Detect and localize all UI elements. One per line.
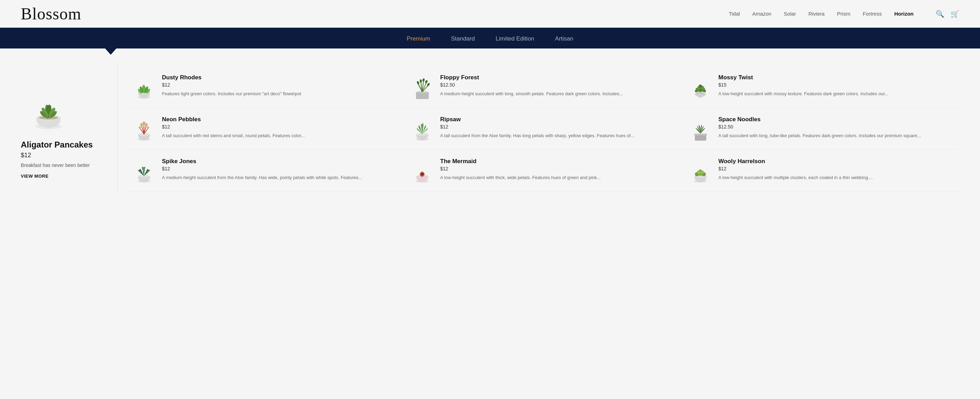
- product-image-wooly: [688, 158, 713, 183]
- svg-point-26: [425, 80, 428, 84]
- product-wooly-harrelson: Wooly Harrelson $12 A low-height succule…: [681, 150, 959, 192]
- product-image-dusty: [132, 74, 156, 99]
- svg-rect-16: [416, 92, 429, 99]
- product-price: $12: [162, 82, 396, 88]
- svg-point-56: [142, 171, 143, 171]
- svg-rect-53: [694, 134, 707, 136]
- product-name: Spike Jones: [162, 158, 396, 165]
- subnav-limited[interactable]: Limited Edition: [496, 35, 534, 48]
- product-dusty-rhodes: Dusty Rhodes $12 Features light green co…: [124, 66, 403, 108]
- subnav-artisan[interactable]: Artisan: [555, 35, 573, 48]
- search-icon[interactable]: 🔍: [936, 10, 944, 18]
- view-more-button[interactable]: VIEW MORE: [21, 174, 48, 179]
- product-desc: A low-height succulent with mossy textur…: [718, 90, 952, 97]
- nav-tidal[interactable]: Tidal: [729, 11, 740, 17]
- featured-product: Aligator Pancakes $12 Breakfast has neve…: [21, 66, 118, 192]
- svg-point-58: [144, 171, 145, 172]
- product-image-neon: [132, 116, 156, 141]
- product-info-dusty: Dusty Rhodes $12 Features light green co…: [162, 74, 396, 97]
- svg-point-69: [420, 172, 424, 176]
- header: Blossom Tidal Amazon Solar Riviera Prism…: [0, 0, 980, 28]
- product-image-floppy: [410, 74, 434, 99]
- svg-point-24: [419, 79, 422, 83]
- product-price: $15: [718, 82, 952, 88]
- product-image-mermaid: [410, 158, 434, 183]
- product-price: $12.50: [718, 124, 952, 129]
- svg-point-45: [140, 123, 143, 126]
- product-name: Ripsaw: [440, 116, 674, 123]
- svg-point-46: [143, 121, 145, 124]
- product-info-mossy: Mossy Twist $15 A low-height succulent w…: [718, 74, 952, 97]
- featured-image: [21, 76, 76, 132]
- product-price: $12: [162, 166, 396, 171]
- product-desc: A tall succulent with red stems and smal…: [162, 132, 396, 139]
- svg-point-25: [422, 78, 425, 82]
- product-spike-jones: Spike Jones $12 A medium-height succulen…: [124, 150, 403, 192]
- featured-name: Aligator Pancakes: [21, 140, 93, 150]
- nav-icons: 🔍 🛒: [936, 10, 959, 18]
- main-nav: Tidal Amazon Solar Riviera Prism Fortres…: [729, 10, 959, 18]
- product-image-mossy: [688, 74, 713, 99]
- subnav: Premium Standard Limited Edition Artisan: [0, 28, 980, 48]
- svg-point-35: [698, 85, 702, 88]
- product-image-space: [688, 116, 713, 141]
- svg-point-23: [416, 81, 419, 85]
- nav-fortress[interactable]: Fortress: [863, 11, 882, 17]
- svg-point-57: [143, 169, 144, 170]
- svg-point-59: [140, 171, 141, 172]
- nav-solar[interactable]: Solar: [784, 11, 796, 17]
- featured-plant-svg: [26, 86, 71, 132]
- product-price: $12.50: [440, 82, 674, 88]
- product-desc: A low-height succulent with multiple clu…: [718, 174, 952, 181]
- product-space-noodles: Space Noodles $12.50 A tall succulent wi…: [681, 108, 959, 150]
- product-info-floppy: Floppy Forest $12.50 A medium-height suc…: [440, 74, 674, 97]
- product-floppy-forest: Floppy Forest $12.50 A medium-height suc…: [403, 66, 681, 108]
- product-desc: A medium-height succulent with long, smo…: [440, 90, 674, 97]
- svg-point-37: [703, 90, 706, 93]
- subnav-premium[interactable]: Premium: [407, 35, 430, 48]
- nav-amazon[interactable]: Amazon: [752, 11, 772, 17]
- product-the-mermaid: The Mermaid $12 A low-height succulent w…: [403, 150, 681, 192]
- nav-horizon[interactable]: Horizon: [894, 11, 913, 17]
- product-info-wooly: Wooly Harrelson $12 A low-height succule…: [718, 158, 952, 181]
- logo: Blossom: [21, 4, 729, 23]
- product-price: $12: [162, 124, 396, 129]
- product-image-ripsaw: [410, 116, 434, 141]
- product-name: Dusty Rhodes: [162, 74, 396, 81]
- product-name: Space Noodles: [718, 116, 952, 123]
- product-neon-pebbles: Neon Pebbles $12 A tall succulent with r…: [124, 108, 403, 150]
- product-name: Neon Pebbles: [162, 116, 396, 123]
- svg-point-36: [695, 90, 698, 93]
- product-grid: Dusty Rhodes $12 Features light green co…: [118, 66, 959, 192]
- product-desc: A low-height succulent with thick, wide …: [440, 174, 674, 181]
- product-price: $12: [718, 166, 952, 171]
- subnav-arrow: [105, 48, 117, 55]
- product-info-neon: Neon Pebbles $12 A tall succulent with r…: [162, 116, 396, 139]
- product-ripsaw: Ripsaw $12 A tall succulent from the Alo…: [403, 108, 681, 150]
- svg-point-60: [147, 171, 148, 172]
- product-desc: A tall succulent from the Aloe family. H…: [440, 132, 674, 139]
- product-price: $12: [440, 124, 674, 129]
- featured-description: Breakfast has never been better: [21, 163, 90, 168]
- svg-point-27: [426, 83, 430, 86]
- product-name: Floppy Forest: [440, 74, 674, 81]
- product-name: Mossy Twist: [718, 74, 952, 81]
- product-price: $12: [440, 166, 674, 171]
- svg-point-48: [139, 126, 141, 129]
- product-info-spike: Spike Jones $12 A medium-height succulen…: [162, 158, 396, 181]
- product-mossy-twist: Mossy Twist $15 A low-height succulent w…: [681, 66, 959, 108]
- subnav-standard[interactable]: Standard: [451, 35, 475, 48]
- cart-icon[interactable]: 🛒: [951, 10, 959, 18]
- main-content: Aligator Pancakes $12 Breakfast has neve…: [0, 52, 980, 205]
- product-name: Wooly Harrelson: [718, 158, 952, 165]
- product-desc: A medium-height succulent from the Aloe …: [162, 174, 396, 181]
- product-info-mermaid: The Mermaid $12 A low-height succulent w…: [440, 158, 674, 181]
- svg-point-77: [699, 169, 702, 172]
- product-image-spike: [132, 158, 156, 183]
- nav-riviera[interactable]: Riviera: [808, 11, 825, 17]
- svg-point-47: [145, 123, 148, 126]
- product-info-ripsaw: Ripsaw $12 A tall succulent from the Alo…: [440, 116, 674, 139]
- product-desc: Features light green colors. Includes ou…: [162, 90, 396, 97]
- nav-prism[interactable]: Prism: [837, 11, 850, 17]
- svg-point-49: [147, 126, 149, 129]
